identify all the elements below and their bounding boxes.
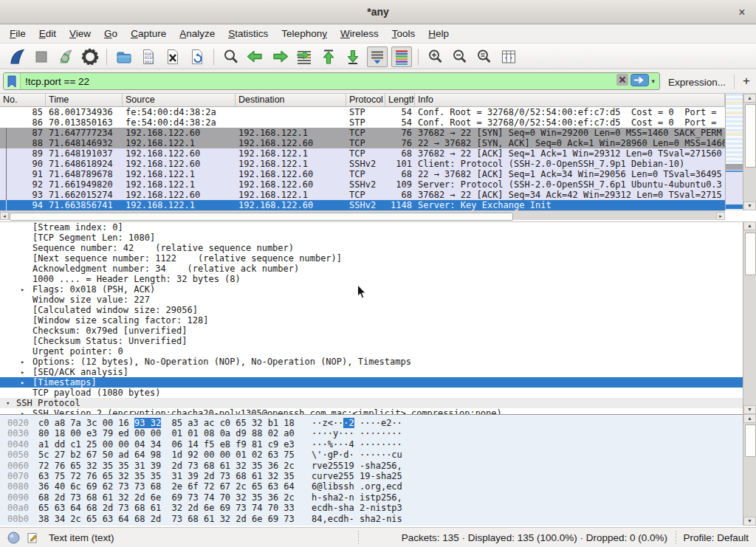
scrollbar-thumb[interactable]	[745, 104, 756, 168]
expanded-arrow-icon[interactable]: ▾	[6, 398, 10, 408]
menu-edit[interactable]: Edit	[32, 26, 63, 41]
menu-help[interactable]: Help	[422, 26, 456, 41]
detail-row[interactable]: [TCP Segment Len: 1080]	[0, 233, 743, 243]
menu-statistics[interactable]: Statistics	[221, 26, 275, 41]
add-filter-button[interactable]: +	[740, 73, 753, 89]
details-scrollbar[interactable]: ▲ ▼	[743, 221, 756, 414]
hex-row[interactable]: 006072 76 65 32 35 35 31 39 2d 73 68 61 …	[0, 461, 743, 471]
collapsed-arrow-icon[interactable]: ▸	[21, 367, 24, 377]
detail-row[interactable]: 1000 .... = Header Length: 32 bytes (8)	[0, 274, 743, 284]
menu-telephony[interactable]: Telephony	[275, 26, 334, 41]
hex-ascii[interactable]: \'·gP·d· ······cu	[312, 450, 402, 460]
detail-row[interactable]: [Checksum Status: Unverified]	[0, 336, 743, 346]
hex-bytes[interactable]: 65 63 64 68 2d 73 68 61 32 2d 6e 69 73 7…	[38, 503, 295, 513]
hex-bytes[interactable]: 5c 27 b2 67 50 ad 64 98 1d 92 00 00 01 0…	[38, 450, 295, 460]
go-first-packet-icon[interactable]	[318, 47, 339, 67]
detail-row[interactable]: ▸[Timestamps]	[0, 377, 743, 388]
hex-ascii[interactable]: 84,ecdh- sha2-nis	[312, 514, 402, 524]
window-close-icon[interactable]: ×	[734, 4, 750, 21]
scroll-left-icon[interactable]: ◂	[0, 212, 9, 220]
hex-row[interactable]: 008036 40 6c 69 62 73 73 68 2e 6f 72 67 …	[0, 481, 743, 492]
colorize-packets-icon[interactable]	[391, 47, 412, 67]
scrollbar-thumb[interactable]	[745, 424, 756, 457]
expert-info-icon[interactable]	[7, 531, 20, 546]
hex-bytes[interactable]: c0 a8 7a 3c 00 16 93 32 85 a3 ac c0 65 3…	[38, 418, 295, 428]
filter-dropdown-icon[interactable]: ▾	[649, 78, 657, 85]
scroll-up-icon[interactable]: ▲	[743, 221, 756, 230]
detail-row[interactable]: Sequence number: 42 (relative sequence n…	[0, 243, 743, 253]
column-header-source[interactable]: Source	[123, 94, 236, 106]
hex-ascii[interactable]: 6@libssh .org,ecd	[312, 481, 402, 492]
collapsed-arrow-icon[interactable]: ▸	[21, 284, 24, 295]
packet-row[interactable]: 9371.662015274192.168.122.60192.168.122.…	[0, 190, 725, 200]
packet-row[interactable]: 9171.648789678192.168.122.1192.168.122.6…	[0, 169, 725, 179]
scroll-right-icon[interactable]: ▸	[716, 212, 725, 220]
open-capture-icon[interactable]	[114, 47, 134, 67]
hex-row[interactable]: 00b038 34 2c 65 63 64 68 2d 73 68 61 32 …	[0, 514, 743, 524]
column-header-proto[interactable]: Protocol	[346, 94, 385, 106]
menu-wireless[interactable]: Wireless	[334, 26, 385, 41]
hex-bytes[interactable]: 80 18 00 e3 79 ed 00 00 01 01 08 0a d9 8…	[38, 428, 295, 438]
close-capture-icon[interactable]	[162, 47, 183, 67]
hex-ascii[interactable]: rve25519 -sha256,	[312, 461, 402, 471]
hex-bytes[interactable]: 63 75 72 76 65 32 35 35 31 39 2d 73 68 6…	[38, 471, 295, 481]
detail-row[interactable]: Checksum: 0x79ed [unverified]	[0, 326, 743, 336]
packet-row[interactable]: 8871.648146932192.168.122.1192.168.122.6…	[0, 138, 725, 148]
menu-go[interactable]: Go	[97, 26, 124, 41]
menu-analyze[interactable]: Analyze	[173, 26, 221, 41]
menu-file[interactable]: File	[3, 26, 32, 41]
save-capture-icon[interactable]: 010101100011	[138, 47, 159, 67]
display-filter-field[interactable]: !tcp.port == 22 ▾	[3, 72, 660, 90]
stop-capture-icon[interactable]	[31, 47, 52, 67]
capture-options-icon[interactable]	[80, 47, 100, 67]
hex-row[interactable]: 003080 18 00 e3 79 ed 00 00 01 01 08 0a …	[0, 428, 743, 438]
packet-list-scrollbar[interactable]: ▲ ▼	[743, 94, 756, 210]
detail-row[interactable]: [Stream index: 0]	[0, 222, 743, 233]
detail-row[interactable]: ▸Flags: 0x018 (PSH, ACK)	[0, 284, 743, 295]
detail-row[interactable]: Acknowledgment number: 34 (relative ack …	[0, 264, 743, 274]
filter-input[interactable]: !tcp.port == 22	[21, 76, 616, 87]
capture-comment-icon[interactable]	[27, 531, 39, 546]
hex-bytes[interactable]: 36 40 6c 69 62 73 73 68 2e 6f 72 67 2c 6…	[38, 481, 295, 492]
go-forward-icon[interactable]	[269, 47, 290, 67]
hex-row[interactable]: 007063 75 72 76 65 32 35 35 31 39 2d 73 …	[0, 471, 743, 481]
scroll-down-icon[interactable]: ▼	[743, 405, 756, 414]
column-header-info[interactable]: Info	[415, 94, 725, 106]
scroll-up-icon[interactable]: ▲	[743, 414, 756, 423]
resize-columns-icon[interactable]	[498, 47, 519, 67]
scroll-down-icon[interactable]: ▼	[743, 517, 756, 526]
start-capture-icon[interactable]	[7, 47, 27, 67]
status-profile[interactable]: Profile: Default	[683, 532, 749, 543]
detail-row[interactable]: [Next sequence number: 1122 (relative se…	[0, 253, 743, 264]
bytes-scrollbar[interactable]: ▲ ▼	[743, 414, 756, 526]
detail-row[interactable]: [Calculated window size: 29056]	[0, 305, 743, 315]
menu-tools[interactable]: Tools	[385, 26, 422, 41]
filter-apply-icon[interactable]	[630, 74, 649, 89]
filter-bookmark-icon[interactable]	[4, 73, 21, 89]
packet-list-hscrollbar[interactable]: ◂ ▸	[0, 210, 725, 220]
zoom-in-icon[interactable]	[425, 47, 446, 67]
hex-ascii[interactable]: ···%···4 ········	[312, 439, 402, 450]
filter-clear-icon[interactable]	[616, 74, 628, 89]
detail-row[interactable]: ▸SSH Version 2 (encryption:chacha20-poly…	[0, 408, 743, 414]
detail-row[interactable]: Urgent pointer: 0	[0, 346, 743, 357]
packet-row[interactable]: 9071.648618924192.168.122.60192.168.122.…	[0, 159, 725, 169]
detail-row[interactable]: ▾SSH Protocol	[0, 398, 743, 408]
column-header-dest[interactable]: Destination	[236, 94, 346, 106]
detail-row[interactable]: ▸Options: (12 bytes), No-Operation (NOP)…	[0, 357, 743, 367]
packet-row[interactable]: 8568.001734936fe:54:00:d4:38:2aSTP54Conf…	[0, 107, 725, 117]
scrollbar-thumb[interactable]	[745, 233, 756, 275]
packet-row[interactable]: 9271.661949820192.168.122.1192.168.122.6…	[0, 179, 725, 190]
hex-row[interactable]: 00505c 27 b2 67 50 ad 64 98 1d 92 00 00 …	[0, 450, 743, 460]
detail-row[interactable]: TCP payload (1080 bytes)	[0, 388, 743, 398]
hex-row[interactable]: 0040a1 dd c1 25 00 00 04 34 06 14 f5 e8 …	[0, 439, 743, 450]
column-header-len[interactable]: Length	[385, 94, 415, 106]
hex-bytes[interactable]: a1 dd c1 25 00 00 04 34 06 14 f5 e8 f9 8…	[38, 439, 295, 450]
reload-capture-icon[interactable]	[187, 47, 207, 67]
go-last-packet-icon[interactable]	[343, 47, 363, 67]
hex-row[interactable]: 00a065 63 64 68 2d 73 68 61 32 2d 6e 69 …	[0, 503, 743, 513]
find-packet-icon[interactable]	[221, 47, 241, 67]
packet-row[interactable]: 8971.648191037192.168.122.60192.168.122.…	[0, 148, 725, 159]
hex-ascii[interactable]: h-sha2-n istp256,	[312, 492, 402, 503]
detail-row[interactable]: [Window size scaling factor: 128]	[0, 315, 743, 326]
